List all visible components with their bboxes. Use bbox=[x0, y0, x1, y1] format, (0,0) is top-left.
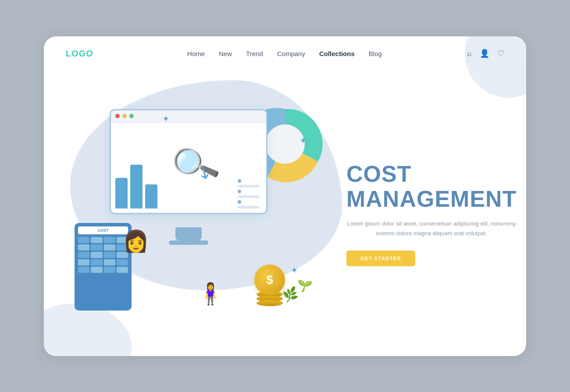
navbar: LOGO Home New Trend Company Collections … bbox=[44, 36, 526, 59]
heart-icon[interactable]: ♡ bbox=[497, 49, 504, 58]
dot-green bbox=[129, 114, 134, 118]
bar-1 bbox=[115, 178, 128, 208]
nav-company[interactable]: Company bbox=[277, 50, 305, 57]
calc-key bbox=[104, 244, 115, 251]
monitor: 🔍 ↘ bbox=[110, 109, 267, 227]
calc-key bbox=[78, 252, 89, 258]
calc-key bbox=[104, 259, 115, 265]
bar-3 bbox=[145, 184, 157, 208]
monitor-titlebar bbox=[111, 110, 266, 123]
coin-dollar: $ bbox=[254, 265, 285, 295]
sparkle-1: ✦ bbox=[162, 113, 170, 124]
nav-collections[interactable]: Collections bbox=[319, 50, 355, 57]
calc-key bbox=[78, 237, 89, 243]
chart-dot-3 bbox=[238, 200, 241, 204]
monitor-stand bbox=[175, 227, 202, 240]
get-started-button[interactable]: GET STARTED bbox=[346, 251, 415, 266]
hero-illustration: 🔍 ↘ COST bbox=[75, 100, 320, 319]
chart-line-1 bbox=[238, 185, 260, 187]
hero-subtitle: Lorem ipsum dolor sit amet, consectetuer… bbox=[346, 219, 517, 238]
chart-side bbox=[235, 179, 262, 208]
svg-point-0 bbox=[265, 124, 305, 164]
dot-yellow bbox=[122, 114, 127, 118]
sparkle-3: ✦ bbox=[291, 265, 298, 275]
calc-key bbox=[91, 252, 102, 258]
calc-key bbox=[91, 259, 102, 265]
chart-dot-2 bbox=[238, 190, 241, 193]
hero-text: COST MANAGEMENT Lorem ipsum dolor sit am… bbox=[320, 153, 517, 266]
hero-title-line1: COST bbox=[346, 162, 517, 187]
calc-key bbox=[117, 267, 128, 273]
nav-links: Home New Trend Company Collections Blog bbox=[120, 50, 449, 57]
coin-stack: $ bbox=[254, 265, 285, 306]
calc-key bbox=[91, 237, 102, 243]
search-icon[interactable]: ⌕ bbox=[467, 49, 472, 58]
hero-title-line2: MANAGEMENT bbox=[346, 187, 517, 212]
bar-2 bbox=[130, 165, 142, 208]
calc-key bbox=[104, 252, 115, 258]
chart-line-2 bbox=[238, 195, 260, 198]
sparkle-2: ✦ bbox=[299, 135, 307, 146]
calc-key bbox=[91, 244, 102, 251]
character-left: 👩 bbox=[123, 229, 149, 254]
logo[interactable]: LOGO bbox=[66, 49, 93, 59]
dot-red bbox=[115, 114, 120, 118]
calc-screen: COST bbox=[78, 226, 128, 234]
calc-key bbox=[104, 237, 115, 243]
main-card: LOGO Home New Trend Company Collections … bbox=[44, 36, 526, 356]
hero-title: COST MANAGEMENT bbox=[346, 162, 517, 212]
calc-key bbox=[78, 267, 89, 273]
coin-disc-3 bbox=[256, 300, 283, 306]
nav-blog[interactable]: Blog bbox=[369, 50, 382, 57]
hero-section: 🔍 ↘ COST bbox=[44, 59, 526, 343]
chart-line-3 bbox=[238, 206, 260, 208]
user-icon[interactable]: 👤 bbox=[480, 49, 489, 58]
calc-key bbox=[91, 267, 102, 273]
nav-home[interactable]: Home bbox=[187, 50, 205, 57]
nav-new[interactable]: New bbox=[219, 50, 232, 57]
calc-key bbox=[78, 244, 89, 251]
calc-key bbox=[117, 259, 128, 265]
character-right: 🧍‍♀️ bbox=[197, 282, 224, 306]
nav-trend[interactable]: Trend bbox=[246, 50, 263, 57]
nav-icons: ⌕ 👤 ♡ bbox=[467, 49, 504, 58]
calc-key bbox=[78, 259, 89, 265]
calc-key bbox=[104, 267, 115, 273]
chart-dot-1 bbox=[238, 179, 241, 183]
calc-keys bbox=[78, 237, 128, 273]
